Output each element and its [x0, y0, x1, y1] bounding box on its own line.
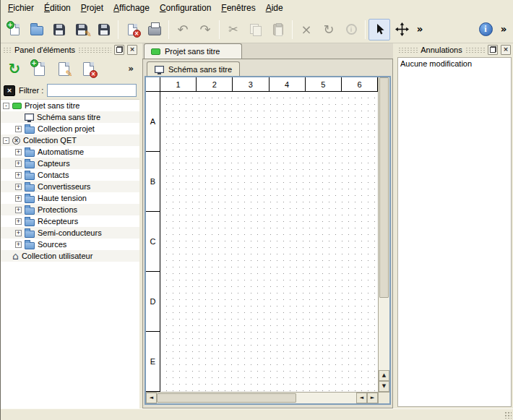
delete-button[interactable]: ×: [296, 19, 317, 40]
toolbar-overflow-button-2[interactable]: »: [497, 19, 510, 40]
menu-fenetres[interactable]: Fenêtres: [216, 1, 260, 15]
dock-grip[interactable]: [3, 47, 12, 53]
redo-icon: ↷: [199, 23, 210, 36]
tree-item-capteurs[interactable]: + Capteurs: [1, 158, 139, 169]
dock-grip[interactable]: [78, 47, 111, 53]
object-info-button[interactable]: i: [340, 19, 362, 40]
save-all-button[interactable]: [93, 19, 115, 40]
tree-item-label: Collection utilisateur: [22, 252, 92, 260]
print-button[interactable]: [144, 19, 165, 40]
tree-item-convertisseurs[interactable]: + Convertisseurs: [1, 181, 139, 192]
new-element-button[interactable]: +: [28, 58, 50, 80]
scroll-up-button[interactable]: ▲: [379, 370, 389, 381]
elements-tree: - Projet sans titre Schéma sans titre + …: [1, 99, 139, 408]
select-tool-button[interactable]: [368, 19, 390, 40]
paste-button[interactable]: [267, 19, 289, 40]
panel-overflow-button[interactable]: »: [125, 63, 137, 74]
horizontal-scrollbar-track[interactable]: [296, 393, 356, 403]
menu-configuration[interactable]: Configuration: [155, 1, 216, 15]
close-file-button[interactable]: ×: [121, 19, 143, 40]
folder-icon: [25, 184, 35, 192]
edit-element-button[interactable]: ✎: [53, 58, 74, 80]
expander-icon: [15, 114, 22, 121]
menu-aide[interactable]: Aide: [261, 1, 288, 15]
tree-item-schema-sans-titre[interactable]: Schéma sans titre: [1, 111, 139, 123]
expander-icon[interactable]: +: [15, 160, 22, 167]
annulations-panel-titlebar[interactable]: Annulations ×: [396, 43, 513, 56]
menu-fichier[interactable]: Fichier: [3, 1, 39, 15]
float-panel-button[interactable]: [488, 45, 498, 55]
expander-icon[interactable]: +: [15, 149, 22, 155]
horizontal-scrollbar[interactable]: ◄ ◄ ►: [146, 392, 378, 403]
tree-item-automatisme[interactable]: + Automatisme: [1, 146, 139, 158]
tree-item-recepteurs[interactable]: + Récepteurs: [1, 215, 139, 227]
tree-item-haute-tension[interactable]: + Haute tension: [1, 192, 139, 204]
resize-grip[interactable]: [504, 411, 512, 419]
new-project-button[interactable]: +: [4, 19, 25, 40]
tree-item-sources[interactable]: + Sources: [1, 239, 139, 250]
about-qet-button[interactable]: i: [475, 19, 496, 40]
menu-projet[interactable]: Projet: [76, 1, 108, 15]
tree-item-protections[interactable]: + Protections: [1, 204, 139, 215]
horizontal-scrollbar-thumb[interactable]: [157, 393, 296, 403]
scroll-down-button[interactable]: ▼: [379, 381, 389, 392]
folder-icon: [25, 161, 35, 168]
toolbar-overflow-button[interactable]: »: [413, 19, 426, 40]
rotate-button[interactable]: ↻: [318, 19, 340, 40]
column-label: 3: [233, 77, 269, 91]
float-panel-button[interactable]: [114, 45, 124, 55]
schema-tab-bar: Schéma sans titre: [145, 61, 391, 76]
dock-grip[interactable]: [398, 47, 418, 53]
schema-tab-label: Schéma sans titre: [168, 65, 232, 74]
save-as-button[interactable]: ✎: [71, 19, 92, 40]
chevron-overflow-icon: »: [501, 25, 507, 34]
expander-icon[interactable]: +: [15, 218, 22, 225]
expander-icon[interactable]: -: [3, 137, 9, 144]
tree-item-semi-conducteurs[interactable]: + Semi-conducteurs: [1, 227, 139, 239]
cut-button[interactable]: ✂: [223, 19, 244, 40]
delete-element-button[interactable]: ×: [77, 58, 99, 80]
expander-icon[interactable]: +: [15, 126, 22, 132]
undo-button[interactable]: ↶: [172, 19, 194, 40]
scroll-right-button[interactable]: ►: [367, 393, 378, 403]
open-project-button[interactable]: [26, 19, 48, 40]
expander-icon[interactable]: +: [15, 184, 22, 190]
expander-icon[interactable]: +: [15, 230, 22, 236]
scroll-left-button[interactable]: ◄: [146, 393, 157, 403]
tree-item-collection-utilisateur[interactable]: ⌂ Collection utilisateur: [1, 250, 139, 262]
menu-affichage[interactable]: Affichage: [108, 1, 155, 15]
filter-input[interactable]: [47, 84, 137, 97]
redo-button[interactable]: ↷: [194, 19, 216, 40]
reload-collections-button[interactable]: ↻: [4, 58, 25, 80]
expander-icon[interactable]: +: [15, 195, 22, 202]
vertical-scrollbar-track[interactable]: [379, 298, 389, 371]
column-label: 4: [270, 77, 306, 91]
pan-tool-button[interactable]: [391, 19, 413, 40]
tree-item-collection-qet[interactable]: - × Collection QET: [1, 134, 139, 146]
restore-icon: [116, 46, 123, 53]
copy-button[interactable]: [245, 19, 267, 40]
scroll-left-button-2[interactable]: ◄: [356, 393, 367, 403]
expander-icon[interactable]: +: [15, 207, 22, 213]
undo-history-list[interactable]: Aucune modification: [397, 57, 512, 407]
dock-grip[interactable]: [465, 47, 485, 53]
vertical-scrollbar[interactable]: ▲ ▼: [378, 77, 389, 392]
schema-canvas[interactable]: [160, 92, 378, 392]
tree-item-contacts[interactable]: + Contacts: [1, 169, 139, 181]
close-panel-button[interactable]: ×: [127, 45, 137, 55]
tree-item-collection-projet[interactable]: + Collection projet: [1, 123, 139, 134]
tree-item-projet-sans-titre[interactable]: - Projet sans titre: [1, 100, 139, 111]
restore-icon: [490, 46, 496, 53]
close-panel-button[interactable]: ×: [501, 45, 511, 55]
tab-projet-sans-titre[interactable]: Projet sans titre: [144, 43, 242, 59]
folder-icon: [25, 173, 35, 180]
tab-schema-sans-titre[interactable]: Schéma sans titre: [147, 61, 240, 76]
save-button[interactable]: [48, 19, 70, 40]
expander-icon[interactable]: -: [3, 103, 9, 109]
expander-icon[interactable]: +: [15, 172, 22, 179]
vertical-scrollbar-thumb[interactable]: [379, 77, 389, 298]
expander-icon[interactable]: +: [15, 241, 22, 248]
clear-filter-button[interactable]: ×: [4, 85, 15, 96]
menu-edition[interactable]: Édition: [39, 1, 76, 15]
elements-panel-titlebar[interactable]: Panel d'éléments ×: [1, 43, 139, 56]
